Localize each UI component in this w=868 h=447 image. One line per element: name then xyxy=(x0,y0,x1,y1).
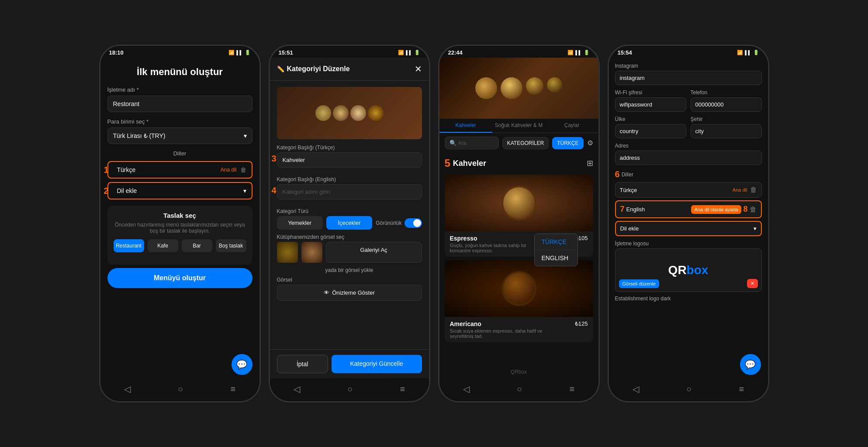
phone-label: Telefon xyxy=(691,89,762,96)
step3-badge: 3 xyxy=(272,153,277,163)
phone3-body: Kahveler Soğuk Kahveler & M Çaylar 🔍 Ara… xyxy=(439,58,598,378)
gallery-thumb-1 xyxy=(277,242,298,263)
confirm-button[interactable]: Kategoriyi Güncelle xyxy=(332,355,422,373)
type-icecekler[interactable]: İçecekler xyxy=(326,216,372,230)
cat-title-en-input[interactable] xyxy=(277,184,422,199)
preview-button[interactable]: 👁 Önizleme Göster xyxy=(277,285,422,301)
template-bar[interactable]: Bar xyxy=(182,239,212,252)
americano-info: Americano Sıcak suya eklenen espresso, d… xyxy=(445,317,593,342)
template-bos[interactable]: Boş taslak xyxy=(216,239,246,252)
ulke-input[interactable]: country xyxy=(615,124,686,138)
nav-back-2[interactable]: ◁ xyxy=(294,384,300,394)
nav-home-3[interactable]: ○ xyxy=(517,384,522,394)
modal-overlay: ✏️ Kategoriyi Düzenle ✕ 3 Kategori Başl xyxy=(270,58,429,378)
tab-kahveler[interactable]: Kahveler xyxy=(439,119,492,133)
nav-home-1[interactable]: ○ xyxy=(178,384,183,394)
page-title-1: İlk menünü oluştur xyxy=(107,66,252,78)
modal-hero-image xyxy=(277,87,422,139)
library-label: Kütüphanemizden görsel seç xyxy=(277,234,422,240)
menu-items-list: Espresso Güçlü, yoğun kahve tadına sahip… xyxy=(439,171,598,365)
search-input-box[interactable]: 🔍 Ara xyxy=(445,137,499,149)
instagram-input[interactable]: instagram xyxy=(615,71,762,85)
filter-kategoriler[interactable]: KATEGORİLER xyxy=(502,137,549,149)
phone3-content: Kahveler Soğuk Kahveler & M Çaylar 🔍 Ara… xyxy=(439,58,598,378)
currency-select[interactable]: Türk Lirası ₺ (TRY) ▾ xyxy=(107,127,252,144)
americano-name: Americano xyxy=(450,320,546,327)
logo-box-text: box xyxy=(687,263,709,277)
gallery-thumb-2 xyxy=(301,242,322,263)
wifi-phone-row: Wi-Fi şifresi wifipassword Telefon 00000… xyxy=(615,89,762,116)
hero-image xyxy=(439,58,598,119)
nav-home-4[interactable]: ○ xyxy=(686,384,692,394)
gallery-open-btn[interactable]: Galeriyi Aç xyxy=(326,242,422,263)
time-1: 18:10 xyxy=(109,49,124,56)
nav-bar-2: ◁ ○ ≡ xyxy=(270,378,429,401)
turkish-lang-item[interactable]: Türkçe Ana dil 🗑 xyxy=(107,161,252,179)
modal-close-button[interactable]: ✕ xyxy=(415,64,422,74)
phone-3: 22:44 📶▌▌🔋 Kahveler Soğuk Kahveler & M Ç… xyxy=(438,45,600,402)
nav-back-4[interactable]: ◁ xyxy=(633,384,639,394)
set-primary-button[interactable]: Ana dil olarak ayarla xyxy=(691,205,742,214)
modal-title: Kategoriyi Düzenle xyxy=(287,65,350,73)
template-title: Taslak seç xyxy=(114,212,246,219)
turkce-delete-icon[interactable]: 🗑 xyxy=(750,186,757,194)
fab-4[interactable]: 💬 xyxy=(740,354,761,375)
lang-option-turkce[interactable]: TÜRKÇE xyxy=(535,234,578,250)
sehir-label: Şehir xyxy=(691,116,762,122)
logo-content: QR box xyxy=(668,263,709,277)
fab-1[interactable]: 💬 xyxy=(232,354,252,375)
ulke-col: Ülke country xyxy=(615,116,686,143)
nav-menu-1[interactable]: ≡ xyxy=(231,384,236,394)
status-icons-1: 📶▌▌🔋 xyxy=(228,50,250,55)
tab-soguk[interactable]: Soğuk Kahveler & M xyxy=(492,119,545,133)
cat-title-tr-label: Kategori Başlığı (Türkçe) xyxy=(277,144,422,151)
modal-header: ✏️ Kategoriyi Düzenle ✕ xyxy=(270,58,429,81)
cat-title-tr-input[interactable] xyxy=(277,152,422,168)
step5-badge: 5 xyxy=(445,157,450,169)
tab-caylar[interactable]: Çaylar xyxy=(545,119,598,133)
nav-home-2[interactable]: ○ xyxy=(347,384,353,394)
nav-back-1[interactable]: ◁ xyxy=(124,384,131,394)
adres-input[interactable]: address xyxy=(615,151,762,165)
template-restaurant[interactable]: Restaurant xyxy=(114,239,144,252)
wifi-input[interactable]: wifipassword xyxy=(615,97,686,112)
step4-badge: 4 xyxy=(272,185,277,195)
languages-label: Diller xyxy=(107,150,252,157)
logo-qr-text: QR xyxy=(668,263,687,277)
phone-input[interactable]: 000000000 xyxy=(691,97,762,112)
settings-icon[interactable]: ⚙ xyxy=(587,139,593,147)
status-icons-4: 📶▌▌🔋 xyxy=(737,50,759,55)
nav-menu-3[interactable]: ≡ xyxy=(570,384,575,394)
time-3: 22:44 xyxy=(448,49,463,56)
filter-turkce[interactable]: TÜRKÇE TÜRKÇE ENGLISH xyxy=(552,137,583,149)
logo-section: İşletme logosu QR box Görseli düzenle ✕ … xyxy=(615,241,762,302)
delete-image-button[interactable]: ✕ xyxy=(747,279,758,288)
time-4: 15:54 xyxy=(618,49,632,56)
nav-menu-4[interactable]: ≡ xyxy=(739,384,744,394)
phone4-body: Instagram instagram Wi-Fi şifresi wifipa… xyxy=(609,58,768,378)
add-lang-select[interactable]: Dil ekle ▾ xyxy=(107,182,252,199)
template-buttons: Restaurant Kafe Bar Boş taslak xyxy=(114,239,246,252)
type-yemekler[interactable]: Yemekler xyxy=(277,216,323,230)
ulke-label: Ülke xyxy=(615,116,686,122)
americano-price: ₺125 xyxy=(575,320,588,327)
gallery-row: Galeriyi Aç xyxy=(277,242,422,263)
grid-icon[interactable]: ⊞ xyxy=(587,158,593,168)
english-lang-item: 7 English Ana dil olarak ayarla 8 🗑 xyxy=(615,200,762,218)
logo-label: İşletme logosu xyxy=(615,241,762,247)
visibility-toggle[interactable] xyxy=(405,218,422,228)
lang-option-english[interactable]: ENGLISH xyxy=(535,250,578,266)
nav-menu-2[interactable]: ≡ xyxy=(400,384,405,394)
sehir-input[interactable]: city xyxy=(691,124,762,138)
cancel-button[interactable]: İptal xyxy=(277,355,328,373)
add-lang-dropdown[interactable]: Dil ekle ▾ xyxy=(615,221,762,236)
phone4-content: Instagram instagram Wi-Fi şifresi wifipa… xyxy=(609,58,768,378)
wifi-col: Wi-Fi şifresi wifipassword xyxy=(615,89,686,116)
english-delete-icon[interactable]: 🗑 xyxy=(750,206,757,213)
business-name-input[interactable]: Restorant xyxy=(107,96,252,112)
template-kafe[interactable]: Kafe xyxy=(148,239,178,252)
nav-back-3[interactable]: ◁ xyxy=(463,384,470,394)
edit-image-button[interactable]: Görseli düzenle xyxy=(619,279,659,288)
wifi-label: Wi-Fi şifresi xyxy=(615,89,686,96)
create-menu-button[interactable]: Menüyü oluştur xyxy=(107,268,252,288)
